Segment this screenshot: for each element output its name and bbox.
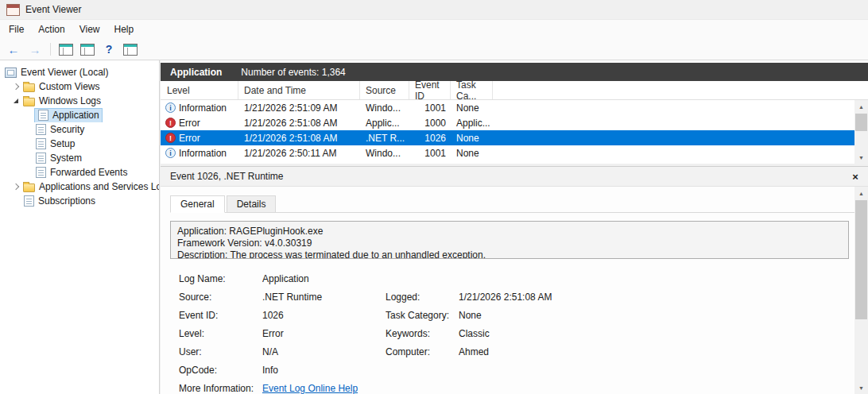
tree-item-label: System [50,153,82,164]
events-scrollbar[interactable] [854,100,868,164]
scroll-down-icon[interactable] [854,151,868,164]
menu-action[interactable]: Action [31,20,72,39]
properties-window-icon [123,44,138,56]
field-value-source: .NET Runtime [262,292,386,303]
scroll-up-icon[interactable] [854,187,868,199]
chevron-right-icon[interactable] [13,184,23,189]
field-label-computer: Computer: [386,346,459,357]
field-label-task-category: Task Category: [386,310,459,321]
date-cell: 1/21/2026 2:51:08 AM [238,118,360,129]
scrollbar-thumb[interactable] [855,200,867,319]
field-label-more-information: More Information: [179,383,262,394]
log-header-banner: Application Number of events: 1,364 [161,63,868,81]
menu-help[interactable]: Help [107,20,141,39]
scroll-down-icon[interactable] [854,381,868,394]
computer-icon [5,68,17,78]
menu-view[interactable]: View [72,20,107,39]
toolbar-separator [50,43,51,56]
grid-spacer [386,383,459,394]
general-tab-content: Application: RAGEPluginHook.exe Framewor… [170,213,849,394]
field-label-event-id: Event ID: [179,310,262,321]
properties-button[interactable] [122,41,139,58]
information-icon [165,102,176,113]
detail-tabs: General Details [170,194,854,213]
tree-item-setup[interactable]: Setup [0,137,159,151]
toolbar: ← → ? [0,39,868,60]
field-value-logged: 1/21/2026 2:51:08 AM [459,292,849,303]
show-console-tree-button[interactable] [57,41,75,58]
source-cell: Windo... [360,148,409,159]
column-header-event-id[interactable]: Event ID [409,81,451,99]
menu-file[interactable]: File [2,20,31,39]
event-log-icon [38,110,48,121]
chevron-right-icon[interactable] [13,84,23,89]
tree-item-label: Forwarded Events [50,167,127,178]
tree-item-windows-logs[interactable]: Windows Logs [0,94,159,108]
task-cell: None [451,133,493,144]
console-tree-icon [59,44,73,56]
back-button[interactable]: ← [5,41,22,58]
details-scrollbar[interactable] [854,187,868,394]
description-line: Framework Version: v4.0.30319 [177,238,842,249]
tree-item-label: Applications and Services Lo [39,181,159,192]
field-value-keywords: Classic [459,328,849,339]
column-header-task-category[interactable]: Task Ca... [451,81,493,99]
preview-pane: Event 1026, .NET Runtime × General Detai… [161,166,868,394]
tree-item-label: Windows Logs [39,95,101,106]
forward-button[interactable]: → [26,41,44,58]
close-icon[interactable]: × [849,171,862,183]
tree-item-applications-and-services-logs[interactable]: Applications and Services Lo [0,180,159,194]
error-icon [165,118,176,128]
tree-item-label: Event Viewer (Local) [21,67,109,78]
help-button[interactable]: ? [100,41,118,58]
table-row[interactable]: Error 1/21/2026 2:51:08 AM Applic... 100… [161,115,854,130]
tree-item-event-viewer-local[interactable]: Event Viewer (Local) [0,65,159,79]
field-label-log-name: Log Name: [179,273,262,284]
level-cell: Information [179,148,227,159]
event-description-box[interactable]: Application: RAGEPluginHook.exe Framewor… [170,221,849,259]
event-log-icon [36,138,46,149]
error-icon [165,133,176,143]
event-log-icon [36,153,46,164]
source-cell: .NET R... [360,133,409,144]
console-body: Event Viewer (Local) Custom Views Window… [0,60,868,394]
task-cell: None [451,102,493,114]
show-action-pane-button[interactable] [79,41,96,58]
date-cell: 1/21/2026 2:51:08 AM [238,133,360,144]
field-label-keywords: Keywords: [386,328,459,339]
table-header-row: Level Date and Time Source Event ID Task… [161,81,868,100]
tab-general[interactable]: General [170,195,225,213]
event-id-cell: 1001 [409,102,451,114]
tree-item-application[interactable]: Application [0,108,159,122]
column-header-date-time[interactable]: Date and Time [238,81,360,99]
tree-item-system[interactable]: System [0,151,159,165]
tab-details[interactable]: Details [227,195,277,213]
table-row[interactable]: Information 1/21/2026 2:51:09 AM Windo..… [161,100,854,115]
table-row[interactable]: Information 1/21/2026 2:50:11 AM Windo..… [161,145,854,160]
console-tree: Event Viewer (Local) Custom Views Window… [0,60,160,394]
events-table: Level Date and Time Source Event ID Task… [161,81,868,164]
selected-tree-item: Application [35,109,102,122]
column-header-source[interactable]: Source [360,81,409,99]
event-log-online-help-link[interactable]: Event Log Online Help [262,383,386,394]
grid-spacer [386,273,459,284]
chevron-down-icon[interactable] [13,98,23,103]
tree-item-label: Custom Views [39,81,99,92]
event-count: Number of events: 1,364 [241,67,345,78]
field-value-computer: Ahmed [459,346,849,357]
field-label-level: Level: [179,328,262,339]
table-row-selected[interactable]: Error 1/21/2026 2:51:08 AM .NET R... 102… [161,130,854,145]
scrollbar-thumb[interactable] [855,114,867,131]
field-label-opcode: OpCode: [179,365,262,376]
task-cell: Applic... [451,118,493,129]
scroll-up-icon[interactable] [854,100,868,113]
column-header-level[interactable]: Level [161,81,238,99]
tree-item-custom-views[interactable]: Custom Views [0,79,159,94]
results-pane: Application Number of events: 1,364 Leve… [161,60,868,394]
tree-item-subscriptions[interactable]: Subscriptions [0,194,159,208]
help-icon: ? [106,43,113,56]
folder-icon [23,183,35,192]
tree-item-forwarded-events[interactable]: Forwarded Events [0,165,159,180]
tree-item-security[interactable]: Security [0,122,159,137]
grid-spacer [459,383,849,394]
